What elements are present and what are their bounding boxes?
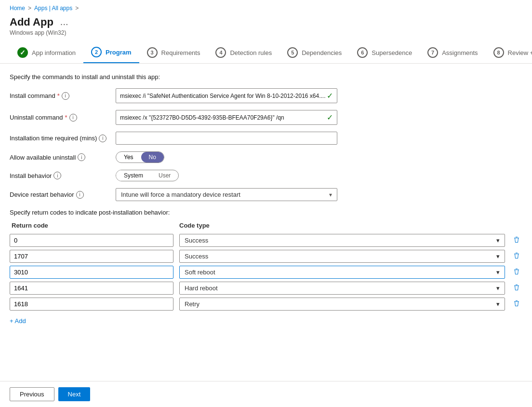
install-time-input[interactable]: 60 bbox=[116, 132, 337, 145]
allow-uninstall-yes[interactable]: Yes bbox=[116, 152, 141, 163]
col-type-header: Code type bbox=[179, 222, 522, 229]
delete-btn-1618[interactable] bbox=[511, 298, 522, 310]
step-circle-5: 5 bbox=[287, 47, 298, 58]
page-subtitle: Windows app (Win32) bbox=[10, 29, 71, 36]
return-code-input-1641[interactable] bbox=[10, 282, 173, 295]
step-assignments[interactable]: 7 Assignments bbox=[420, 41, 485, 63]
breadcrumb: Home > Apps | All apps > bbox=[0, 0, 532, 14]
install-command-info-icon[interactable]: i bbox=[62, 92, 69, 100]
device-restart-label: Device restart behavior i bbox=[10, 191, 116, 199]
delete-btn-3010[interactable] bbox=[511, 267, 522, 278]
type-dropdown-1707[interactable]: Success ▾ bbox=[179, 250, 505, 263]
wizard-steps: ✓ App information 2 Program 3 Requiremen… bbox=[0, 41, 532, 64]
type-arrow-icon-0: ▾ bbox=[496, 237, 500, 244]
next-button[interactable]: Next bbox=[58, 387, 91, 401]
step-program[interactable]: 2 Program bbox=[83, 41, 139, 63]
ellipsis-button[interactable]: ... bbox=[57, 15, 71, 28]
step-circle-4: 4 bbox=[215, 47, 226, 58]
step-circle-7: 7 bbox=[427, 47, 438, 58]
install-behavior-toggle[interactable]: System User bbox=[116, 170, 179, 181]
install-behavior-system[interactable]: System bbox=[116, 170, 151, 181]
uninstall-check-icon: ✓ bbox=[327, 113, 333, 122]
type-arrow-icon-1618: ▾ bbox=[496, 300, 500, 308]
return-code-input-1707[interactable] bbox=[10, 250, 173, 263]
return-code-row-1641: Hard reboot ▾ bbox=[10, 282, 522, 295]
required-star-2: * bbox=[65, 114, 67, 121]
breadcrumb-apps[interactable]: Apps | All apps bbox=[34, 5, 72, 12]
table-header: Return code Code type bbox=[10, 222, 522, 231]
allow-uninstall-info-icon[interactable]: i bbox=[78, 153, 85, 161]
step-label-5: Dependencies bbox=[302, 49, 342, 56]
delete-btn-1641[interactable] bbox=[511, 283, 522, 294]
page-title: Add App bbox=[10, 16, 53, 28]
return-code-row-1707: Success ▾ bbox=[10, 250, 522, 263]
step-circle-2: 2 bbox=[91, 47, 102, 57]
install-command-input[interactable]: msiexec /i "SafeNet Authentication Servi… bbox=[116, 88, 337, 103]
return-code-row-0: Success ▾ bbox=[10, 234, 522, 247]
step-circle-1: ✓ bbox=[17, 47, 28, 58]
page-header: Add App ... Windows app (Win32) bbox=[0, 14, 532, 41]
return-code-input-3010[interactable] bbox=[10, 266, 173, 279]
install-check-icon: ✓ bbox=[327, 91, 333, 100]
step-circle-8: 8 bbox=[493, 47, 504, 58]
return-codes-desc: Specify return codes to indicate post-in… bbox=[10, 209, 522, 216]
install-time-row: Installation time required (mins) i 60 bbox=[10, 132, 522, 145]
step-label-6: Supersedence bbox=[372, 49, 412, 56]
type-dropdown-3010[interactable]: Soft reboot ▾ bbox=[179, 266, 505, 279]
return-code-row-3010: Soft reboot ▾ bbox=[10, 266, 522, 279]
delete-btn-0[interactable] bbox=[511, 235, 522, 246]
device-restart-info-icon[interactable]: i bbox=[76, 191, 84, 199]
previous-button[interactable]: Previous bbox=[10, 387, 54, 401]
uninstall-command-label: Uninstall command * i bbox=[10, 114, 116, 122]
allow-uninstall-label: Allow available uninstall i bbox=[10, 153, 116, 161]
uninstall-command-input[interactable]: msiexec /x "{523727B0-D5D5-4392-935B-BFE… bbox=[116, 110, 337, 125]
required-star: * bbox=[57, 92, 60, 99]
install-time-label: Installation time required (mins) i bbox=[10, 135, 116, 142]
step-label-2: Program bbox=[106, 49, 131, 56]
step-label-7: Assignments bbox=[442, 49, 478, 56]
install-behavior-row: Install behavior i System User bbox=[10, 170, 522, 181]
uninstall-command-info-icon[interactable]: i bbox=[69, 114, 77, 122]
install-behavior-user[interactable]: User bbox=[151, 170, 178, 181]
type-arrow-icon-3010: ▾ bbox=[496, 269, 500, 276]
install-behavior-label: Install behavior i bbox=[10, 172, 116, 179]
type-dropdown-0[interactable]: Success ▾ bbox=[179, 234, 505, 247]
type-arrow-icon-1641: ▾ bbox=[496, 285, 500, 292]
breadcrumb-home[interactable]: Home bbox=[10, 5, 25, 12]
uninstall-command-row: Uninstall command * i msiexec /x "{52372… bbox=[10, 110, 522, 125]
step-label-1: App information bbox=[32, 49, 76, 56]
section-desc: Specify the commands to install and unin… bbox=[10, 73, 522, 81]
delete-btn-1707[interactable] bbox=[511, 251, 522, 262]
step-requirements[interactable]: 3 Requirements bbox=[139, 41, 208, 63]
col-code-header: Return code bbox=[10, 222, 173, 229]
type-dropdown-1618[interactable]: Retry ▾ bbox=[179, 298, 505, 311]
step-label-4: Detection rules bbox=[230, 49, 272, 56]
return-code-input-1618[interactable] bbox=[10, 298, 173, 311]
allow-uninstall-no[interactable]: No bbox=[141, 152, 164, 163]
step-circle-3: 3 bbox=[147, 47, 158, 58]
step-app-information[interactable]: ✓ App information bbox=[10, 41, 83, 63]
install-command-label: Install command * i bbox=[10, 92, 116, 100]
device-restart-arrow-icon: ▾ bbox=[329, 191, 332, 198]
step-review-create[interactable]: 8 Review + create bbox=[486, 41, 532, 63]
step-dependencies[interactable]: 5 Dependencies bbox=[279, 41, 349, 63]
type-arrow-icon-1707: ▾ bbox=[496, 253, 500, 260]
add-link[interactable]: + Add bbox=[10, 317, 26, 325]
install-time-info-icon[interactable]: i bbox=[99, 135, 106, 142]
step-label-3: Requirements bbox=[161, 49, 200, 56]
step-circle-6: 6 bbox=[357, 47, 368, 58]
install-command-row: Install command * i msiexec /i "SafeNet … bbox=[10, 88, 522, 103]
step-supersedence[interactable]: 6 Supersedence bbox=[349, 41, 420, 63]
device-restart-row: Device restart behavior i Intune will fo… bbox=[10, 188, 522, 201]
footer: Previous Next bbox=[0, 381, 532, 407]
type-dropdown-1641[interactable]: Hard reboot ▾ bbox=[179, 282, 505, 295]
step-detection-rules[interactable]: 4 Detection rules bbox=[208, 41, 279, 63]
return-code-input-0[interactable] bbox=[10, 234, 173, 247]
install-time-field[interactable]: 60 bbox=[120, 135, 333, 142]
allow-uninstall-row: Allow available uninstall i Yes No bbox=[10, 151, 522, 163]
install-behavior-info-icon[interactable]: i bbox=[53, 172, 61, 179]
device-restart-dropdown[interactable]: Intune will force a mandatory device res… bbox=[116, 188, 337, 201]
allow-uninstall-toggle[interactable]: Yes No bbox=[116, 151, 164, 163]
return-code-row-1618: Retry ▾ bbox=[10, 298, 522, 311]
step-label-8: Review + create bbox=[508, 49, 532, 56]
